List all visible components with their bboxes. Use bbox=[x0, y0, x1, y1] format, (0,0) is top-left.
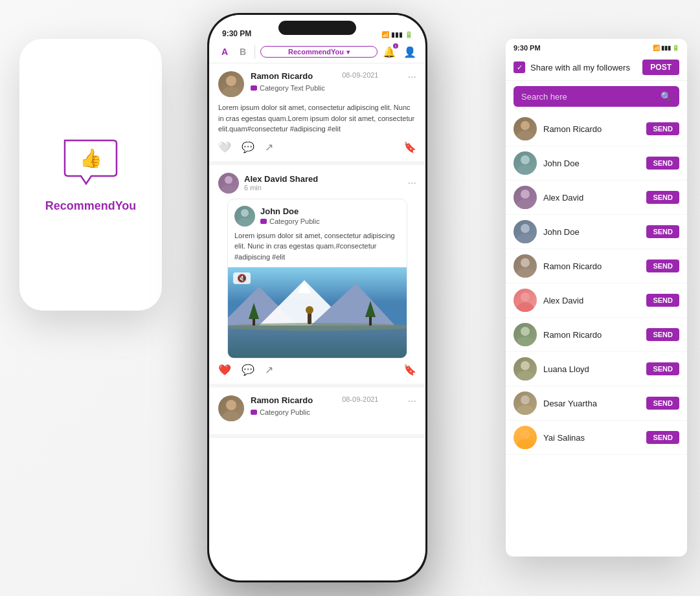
post-1-category: Category Text Public bbox=[251, 84, 416, 92]
share-all-checkbox[interactable]: ✓ bbox=[514, 61, 525, 73]
contact-avatar-5 bbox=[514, 289, 537, 312]
logo-bubble: 👍 bbox=[62, 137, 120, 189]
post-1-avatar bbox=[218, 71, 244, 97]
send-button-3[interactable]: SEND bbox=[646, 225, 679, 238]
share-header: ✓ Share with all my followers POST bbox=[506, 54, 687, 81]
post-2-sharer-name: Alex David Shared bbox=[244, 174, 318, 184]
right-status-time: 9:30 PM bbox=[514, 44, 541, 52]
tab-b[interactable]: B bbox=[236, 47, 249, 57]
svg-point-26 bbox=[521, 190, 530, 199]
status-time: 9:30 PM bbox=[222, 29, 251, 38]
feed-scroll[interactable]: Ramon Ricardo 08-09-2021 ··· Category Te… bbox=[209, 63, 425, 580]
search-bar[interactable]: Search here 🔍 bbox=[514, 86, 679, 107]
recommend-you-dropdown[interactable]: RecommendYou ▾ bbox=[260, 46, 378, 58]
svg-point-41 bbox=[517, 439, 534, 449]
send-button-2[interactable]: SEND bbox=[646, 191, 679, 204]
phone-center-inner: 9:30 PM 📶 ▮▮▮ 🔋 A B RecommendYou ▾ bbox=[209, 15, 425, 580]
post-2-more[interactable]: ··· bbox=[408, 177, 416, 189]
category-dot bbox=[251, 85, 257, 91]
post-3-more[interactable]: ··· bbox=[408, 395, 416, 407]
svg-point-4 bbox=[221, 185, 236, 193]
notif-badge: 1 bbox=[393, 43, 398, 49]
tab-a[interactable]: A bbox=[218, 47, 231, 57]
signal-icon: ▮▮▮ bbox=[391, 31, 403, 38]
post-card-1: Ramon Ricardo 08-09-2021 ··· Category Te… bbox=[209, 63, 425, 165]
svg-point-1 bbox=[226, 76, 236, 86]
svg-point-25 bbox=[517, 165, 534, 175]
contact-list[interactable]: Ramon Ricardo SEND John Doe SEND Alex Da… bbox=[506, 112, 687, 557]
post-3-date: 08-09-2021 bbox=[342, 395, 378, 403]
search-icon[interactable]: 🔍 bbox=[660, 91, 672, 102]
video-mute-icon[interactable]: 🔇 bbox=[233, 272, 251, 284]
contact-item-2: Alex David SEND bbox=[506, 181, 687, 215]
contact-avatar-4 bbox=[514, 254, 537, 278]
share-all-label: Share with all my followers bbox=[530, 63, 637, 72]
svg-point-21 bbox=[222, 411, 240, 421]
svg-point-35 bbox=[517, 337, 534, 346]
post-3-meta: Ramon Ricardo 08-09-2021 ··· Category Pu… bbox=[251, 395, 416, 416]
send-button-6[interactable]: SEND bbox=[646, 328, 679, 341]
search-bar-container: Search here 🔍 bbox=[506, 81, 687, 112]
send-button-9[interactable]: SEND bbox=[646, 431, 679, 444]
contact-item-6: Ramon Ricardo SEND bbox=[506, 318, 687, 352]
post-1-actions: 🤍 💬 ↗ 🔖 bbox=[218, 141, 416, 153]
contact-item-8: Desar Yuartha SEND bbox=[506, 386, 687, 421]
like-btn-1[interactable]: 🤍 bbox=[218, 141, 231, 153]
profile-icon[interactable]: 👤 bbox=[403, 46, 416, 58]
svg-rect-14 bbox=[308, 313, 311, 324]
logo-text: RecommendYou bbox=[45, 199, 137, 213]
phone-notch bbox=[278, 21, 356, 35]
contact-avatar-1 bbox=[514, 151, 537, 175]
post-1-date: 08-09-2021 bbox=[342, 71, 378, 79]
contact-item-7: Luana Lloyd SEND bbox=[506, 352, 687, 386]
bookmark-btn-1[interactable]: 🔖 bbox=[403, 141, 416, 153]
post-1-meta: Ramon Ricardo 08-09-2021 ··· Category Te… bbox=[251, 71, 416, 92]
bookmark-btn-2[interactable]: 🔖 bbox=[403, 364, 416, 376]
comment-btn-1[interactable]: 💬 bbox=[242, 141, 254, 153]
comment-btn-2[interactable]: 💬 bbox=[242, 364, 254, 376]
svg-point-29 bbox=[517, 234, 534, 243]
svg-point-6 bbox=[238, 218, 252, 226]
contact-name-0: Ramon Ricardo bbox=[543, 124, 640, 134]
share-btn-1[interactable]: ↗ bbox=[265, 141, 273, 153]
contact-item-0: Ramon Ricardo SEND bbox=[506, 112, 687, 146]
send-button-5[interactable]: SEND bbox=[646, 294, 679, 307]
notification-icon[interactable]: 🔔 1 bbox=[383, 46, 396, 58]
like-btn-2[interactable]: ❤️ bbox=[218, 364, 231, 376]
send-button-7[interactable]: SEND bbox=[646, 362, 679, 375]
send-button-1[interactable]: SEND bbox=[646, 157, 679, 170]
send-button-8[interactable]: SEND bbox=[646, 397, 679, 410]
share-btn-2[interactable]: ↗ bbox=[265, 364, 273, 376]
post-1-more[interactable]: ··· bbox=[408, 71, 416, 83]
post-2-shared-time: 6 min bbox=[244, 184, 318, 192]
svg-point-27 bbox=[517, 199, 534, 209]
search-placeholder-text: Search here bbox=[521, 92, 655, 102]
contact-avatar-3 bbox=[514, 220, 537, 243]
header-divider bbox=[254, 45, 255, 59]
status-icons: 📶 ▮▮▮ 🔋 bbox=[381, 31, 412, 38]
inner-post-text: Lorem ipsum dolor sit amet, consectetur … bbox=[228, 230, 407, 268]
right-wifi-icon: 📶 bbox=[653, 45, 660, 51]
contact-name-8: Desar Yuartha bbox=[543, 399, 640, 408]
post-1-header: Ramon Ricardo 08-09-2021 ··· Category Te… bbox=[218, 71, 416, 97]
post-1-text: Lorem ipsum dolor sit amet, consectetur … bbox=[218, 102, 416, 135]
contact-name-4: Ramon Ricardo bbox=[543, 261, 640, 271]
right-status-bar: 9:30 PM 📶 ▮▮▮ 🔋 bbox=[506, 39, 687, 54]
post-1-author: Ramon Ricardo bbox=[251, 71, 313, 81]
contact-item-1: John Doe SEND bbox=[506, 146, 687, 181]
send-button-0[interactable]: SEND bbox=[646, 122, 679, 135]
contact-name-7: Luana Lloyd bbox=[543, 364, 640, 374]
inner-post-author: John Doe bbox=[260, 206, 320, 216]
phone-right: 9:30 PM 📶 ▮▮▮ 🔋 ✓ Share with all my foll… bbox=[506, 39, 687, 557]
post-2-actions: ❤️ 💬 ↗ 🔖 bbox=[218, 364, 416, 376]
battery-icon: 🔋 bbox=[405, 31, 412, 38]
contact-avatar-6 bbox=[514, 323, 537, 346]
category-dot-3 bbox=[251, 410, 257, 415]
svg-point-33 bbox=[517, 302, 534, 312]
wifi-icon: 📶 bbox=[381, 31, 389, 38]
svg-point-39 bbox=[517, 405, 534, 415]
post-button[interactable]: POST bbox=[642, 60, 679, 75]
send-button-4[interactable]: SEND bbox=[646, 259, 679, 272]
right-battery-icon: 🔋 bbox=[672, 45, 679, 51]
contact-item-5: Alex David SEND bbox=[506, 283, 687, 318]
